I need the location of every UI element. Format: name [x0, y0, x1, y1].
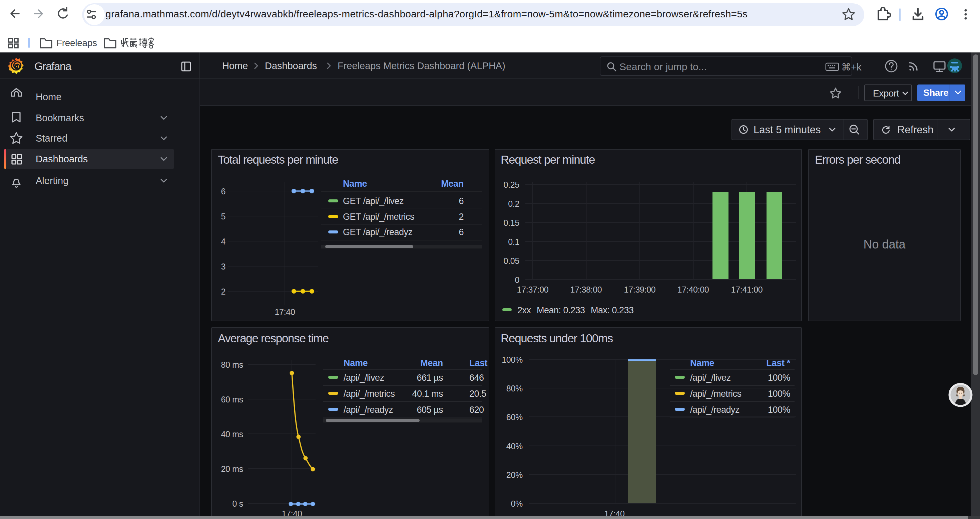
- svg-text:/api/_/metrics: /api/_/metrics: [690, 389, 741, 399]
- svg-text:GET /api/_/readyz: GET /api/_/readyz: [343, 227, 413, 237]
- svg-text:GET /api/_/metrics: GET /api/_/metrics: [343, 212, 414, 222]
- svg-text:646: 646: [469, 373, 484, 383]
- svg-text:661 µs: 661 µs: [417, 373, 443, 383]
- svg-text:Name: Name: [690, 358, 714, 368]
- svg-text:/api/_/livez: /api/_/livez: [690, 373, 731, 383]
- svg-text:17:39:00: 17:39:00: [624, 285, 656, 294]
- svg-text:80 ms: 80 ms: [221, 360, 243, 369]
- svg-text:Mean: Mean: [420, 358, 443, 368]
- svg-text:17:37:00: 17:37:00: [517, 285, 549, 294]
- svg-text:60 ms: 60 ms: [221, 395, 243, 404]
- svg-text:17:40:00: 17:40:00: [678, 285, 709, 294]
- svg-text:Max: 0.233: Max: 0.233: [591, 305, 634, 315]
- svg-text:5: 5: [221, 212, 226, 221]
- svg-text:100%: 100%: [768, 373, 791, 383]
- svg-text:/api/_/livez: /api/_/livez: [344, 373, 384, 383]
- svg-text:Mean: 0.233: Mean: 0.233: [537, 305, 585, 315]
- svg-text:3: 3: [221, 262, 226, 271]
- svg-text:0.15: 0.15: [504, 218, 519, 227]
- svg-text:0.25: 0.25: [504, 180, 519, 189]
- svg-text:Last *: Last *: [469, 358, 489, 368]
- svg-text:6: 6: [459, 196, 464, 206]
- svg-text:/api/_/metrics: /api/_/metrics: [344, 389, 395, 399]
- svg-text:20%: 20%: [506, 470, 523, 480]
- svg-text:2xx: 2xx: [517, 305, 531, 315]
- svg-text:17:40: 17:40: [275, 307, 295, 316]
- svg-text:20 ms: 20 ms: [221, 464, 243, 474]
- svg-text:17:38:00: 17:38:00: [570, 285, 602, 294]
- svg-text:0.1: 0.1: [508, 237, 519, 246]
- svg-text:0 s: 0 s: [232, 499, 243, 508]
- svg-text:Name: Name: [344, 358, 368, 368]
- svg-text:/api/_/readyz: /api/_/readyz: [344, 405, 393, 415]
- svg-text:GET /api/_/livez: GET /api/_/livez: [343, 196, 404, 206]
- svg-text:100%: 100%: [768, 389, 791, 399]
- svg-text:100%: 100%: [768, 405, 791, 415]
- svg-text:100%: 100%: [502, 355, 523, 364]
- svg-text:6: 6: [459, 227, 464, 237]
- svg-text:2: 2: [459, 212, 464, 222]
- svg-text:2: 2: [221, 287, 226, 296]
- svg-text:0.05: 0.05: [504, 256, 519, 265]
- svg-text:Last *: Last *: [766, 358, 791, 368]
- svg-text:0%: 0%: [511, 499, 523, 508]
- svg-text:40%: 40%: [506, 442, 523, 451]
- svg-text:6: 6: [221, 187, 226, 196]
- svg-text:Name: Name: [343, 179, 367, 189]
- svg-text:17:41:00: 17:41:00: [731, 285, 763, 294]
- svg-text:Mean: Mean: [441, 179, 464, 189]
- svg-text:/api/_/readyz: /api/_/readyz: [690, 405, 740, 415]
- svg-text:4: 4: [221, 237, 226, 246]
- svg-text:20.5 r: 20.5 r: [469, 389, 489, 399]
- svg-text:620: 620: [469, 405, 484, 415]
- svg-text:605 µs: 605 µs: [417, 405, 443, 415]
- svg-text:80%: 80%: [506, 384, 523, 393]
- svg-text:0.2: 0.2: [508, 199, 519, 208]
- svg-text:60%: 60%: [506, 412, 523, 422]
- svg-text:40.1 ms: 40.1 ms: [412, 389, 443, 399]
- svg-text:0: 0: [515, 275, 519, 284]
- svg-text:40 ms: 40 ms: [221, 430, 243, 439]
